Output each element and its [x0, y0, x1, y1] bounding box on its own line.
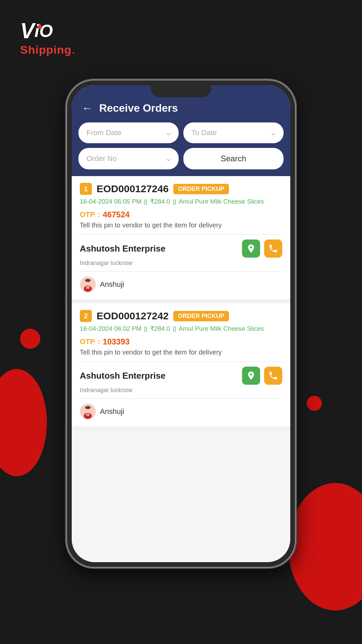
logo-shipping: Shipping — [20, 43, 71, 56]
vendor-location: Indranagar lucknow — [80, 260, 282, 267]
logo-v: V — [20, 20, 35, 42]
order-index-badge: 1 — [80, 183, 92, 195]
otp-row: OTP : 103393 — [80, 337, 282, 346]
vendor-name: Ashutosh Enterprise — [80, 244, 166, 254]
order-status-badge: ORDER PICKUP — [173, 311, 229, 321]
filter-area: From Date ⌵ To Date ⌵ Order No ⌵ Search — [72, 122, 290, 176]
delivery-person-name: Anshuji — [100, 407, 124, 416]
otp-colon: : — [98, 210, 100, 219]
page-title: Receive Orders — [99, 102, 178, 114]
divider2 — [80, 271, 282, 272]
svg-point-3 — [85, 279, 91, 282]
logo: V ▲iO Shipping. — [20, 20, 75, 57]
delivery-avatar — [80, 404, 96, 420]
otp-label: OTP — [80, 337, 95, 346]
svg-rect-9 — [86, 414, 90, 416]
from-date-chevron-icon: ⌵ — [166, 128, 171, 137]
order-index-badge: 2 — [80, 310, 92, 322]
svg-rect-4 — [86, 286, 90, 289]
logo-io: ▲iO — [35, 22, 53, 40]
logo-arrow-icon: ▲ — [35, 21, 45, 30]
vendor-location: Indranagar lucknow — [80, 387, 282, 394]
to-date-select[interactable]: To Date ⌵ — [183, 122, 284, 143]
delivery-person-row: Anshuji — [80, 404, 282, 420]
order-number-row: 1 EOD000127246 ORDER PICKUP — [80, 183, 282, 195]
vendor-name: Ashutosh Enterprise — [80, 371, 166, 381]
otp-hint: Tell this pin to vendor to get the item … — [80, 348, 282, 356]
to-date-label: To Date — [191, 128, 217, 137]
order-meta: 16-04-2024 06:02 PM || ₹284.0 || Amul Pu… — [80, 325, 282, 332]
bg-decoration-right — [288, 483, 362, 610]
map-button[interactable] — [242, 367, 260, 385]
vendor-actions — [242, 239, 282, 258]
order-sep1: || — [144, 198, 147, 205]
otp-row: OTP : 467524 — [80, 210, 282, 219]
order-no-select[interactable]: Order No ⌵ — [78, 148, 179, 169]
call-button[interactable] — [264, 367, 282, 385]
otp-colon: : — [98, 337, 100, 346]
order-item: Amul Pure Milk Cheese Slices — [179, 198, 264, 205]
delivery-person-row: Anshuji — [80, 276, 282, 292]
to-date-chevron-icon: ⌵ — [271, 128, 276, 137]
otp-value: 467524 — [103, 210, 130, 219]
logo-dot: . — [71, 42, 75, 57]
order-no-chevron-icon: ⌵ — [166, 154, 171, 163]
from-date-label: From Date — [86, 128, 121, 137]
otp-value: 103393 — [103, 337, 130, 346]
order-id: EOD000127242 — [97, 310, 169, 322]
divider2 — [80, 398, 282, 399]
order-sep1: || — [144, 325, 147, 332]
otp-label: OTP — [80, 210, 95, 219]
bg-decoration-dot2 — [307, 396, 322, 411]
bg-decoration-left — [0, 369, 47, 476]
back-button[interactable]: ← — [82, 102, 93, 114]
order-meta: 16-04-2024 06:05 PM || ₹284.0 || Amul Pu… — [80, 198, 282, 205]
phone-frame: ← Receive Orders From Date ⌵ To Date ⌵ O… — [67, 80, 295, 567]
order-amount: ₹284.0 — [150, 198, 170, 205]
delivery-avatar — [80, 276, 96, 292]
order-id: EOD000127246 — [97, 183, 169, 195]
order-number-row: 2 EOD000127242 ORDER PICKUP — [80, 310, 282, 322]
order-item: Amul Pure Milk Cheese Slices — [179, 325, 264, 332]
from-date-select[interactable]: From Date ⌵ — [78, 122, 179, 143]
phone-screen: ← Receive Orders From Date ⌵ To Date ⌵ O… — [72, 85, 290, 562]
vendor-row: Ashutosh Enterprise — [80, 367, 282, 385]
search-filter-row: Order No ⌵ Search — [78, 148, 284, 169]
divider — [80, 234, 282, 235]
order-card: 2 EOD000127242 ORDER PICKUP 16-04-2024 0… — [72, 303, 290, 426]
vendor-row: Ashutosh Enterprise — [80, 239, 282, 258]
bg-decoration-dot — [20, 329, 40, 349]
order-status-badge: ORDER PICKUP — [173, 184, 229, 194]
order-amount: ₹284.0 — [150, 325, 170, 332]
order-card: 1 EOD000127246 ORDER PICKUP 16-04-2024 0… — [72, 176, 290, 299]
delivery-person-name: Anshuji — [100, 280, 124, 289]
order-date: 16-04-2024 06:02 PM — [80, 325, 141, 332]
divider — [80, 362, 282, 362]
call-button[interactable] — [264, 239, 282, 258]
svg-point-8 — [85, 406, 91, 409]
order-no-label: Order No — [86, 154, 117, 163]
search-button[interactable]: Search — [183, 148, 284, 169]
order-sep2: || — [173, 325, 176, 332]
order-date: 16-04-2024 06:05 PM — [80, 198, 141, 205]
vendor-actions — [242, 367, 282, 385]
orders-list: 1 EOD000127246 ORDER PICKUP 16-04-2024 0… — [72, 176, 290, 430]
map-button[interactable] — [242, 239, 260, 258]
order-sep2: || — [173, 198, 176, 205]
date-filter-row: From Date ⌵ To Date ⌵ — [78, 122, 284, 143]
otp-hint: Tell this pin to vendor to get the item … — [80, 221, 282, 229]
phone-notch — [151, 85, 211, 97]
